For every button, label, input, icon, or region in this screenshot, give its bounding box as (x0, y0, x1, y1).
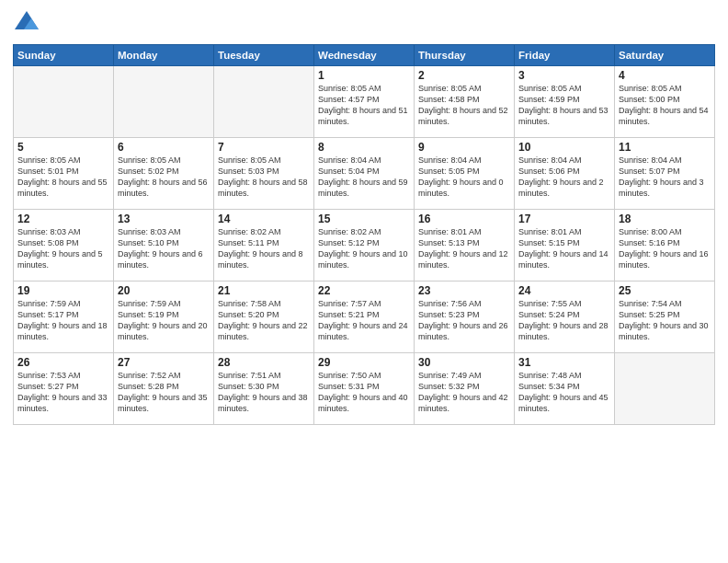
day-info: Sunrise: 7:54 AM Sunset: 5:25 PM Dayligh… (619, 298, 711, 343)
calendar-cell: 5Sunrise: 8:05 AM Sunset: 5:01 PM Daylig… (14, 138, 114, 210)
calendar-week-row: 26Sunrise: 7:53 AM Sunset: 5:27 PM Dayli… (14, 353, 715, 425)
day-info: Sunrise: 8:05 AM Sunset: 5:02 PM Dayligh… (118, 155, 210, 200)
day-info: Sunrise: 8:03 AM Sunset: 5:10 PM Dayligh… (118, 226, 210, 271)
calendar-cell: 10Sunrise: 8:04 AM Sunset: 5:06 PM Dayli… (515, 138, 615, 210)
day-info: Sunrise: 8:05 AM Sunset: 5:03 PM Dayligh… (218, 155, 310, 200)
calendar-cell: 19Sunrise: 7:59 AM Sunset: 5:17 PM Dayli… (14, 282, 114, 353)
calendar-cell: 14Sunrise: 8:02 AM Sunset: 5:11 PM Dayli… (214, 210, 314, 282)
day-number: 25 (619, 284, 711, 297)
day-number: 29 (318, 356, 410, 369)
calendar-cell (14, 66, 114, 138)
day-number: 4 (619, 69, 711, 82)
day-info: Sunrise: 8:04 AM Sunset: 5:05 PM Dayligh… (418, 155, 510, 200)
day-number: 28 (218, 356, 310, 369)
calendar-cell: 18Sunrise: 8:00 AM Sunset: 5:16 PM Dayli… (615, 210, 715, 282)
day-info: Sunrise: 8:05 AM Sunset: 5:00 PM Dayligh… (619, 83, 711, 128)
calendar-cell: 3Sunrise: 8:05 AM Sunset: 4:59 PM Daylig… (515, 66, 615, 138)
calendar-cell: 24Sunrise: 7:55 AM Sunset: 5:24 PM Dayli… (515, 282, 615, 353)
calendar-week-row: 1Sunrise: 8:05 AM Sunset: 4:57 PM Daylig… (14, 66, 715, 138)
day-number: 10 (518, 141, 610, 154)
day-number: 16 (418, 213, 510, 225)
day-info: Sunrise: 7:58 AM Sunset: 5:20 PM Dayligh… (218, 298, 310, 343)
calendar-week-row: 19Sunrise: 7:59 AM Sunset: 5:17 PM Dayli… (14, 282, 715, 353)
weekday-header-row: SundayMondayTuesdayWednesdayThursdayFrid… (14, 45, 715, 66)
calendar-cell: 20Sunrise: 7:59 AM Sunset: 5:19 PM Dayli… (114, 282, 214, 353)
calendar-cell: 4Sunrise: 8:05 AM Sunset: 5:00 PM Daylig… (615, 66, 715, 138)
page-container: SundayMondayTuesdayWednesdayThursdayFrid… (0, 0, 728, 563)
day-info: Sunrise: 7:52 AM Sunset: 5:28 PM Dayligh… (118, 370, 210, 415)
day-info: Sunrise: 7:59 AM Sunset: 5:19 PM Dayligh… (118, 298, 210, 343)
day-number: 13 (118, 213, 210, 225)
day-number: 5 (17, 141, 109, 154)
calendar-cell: 17Sunrise: 8:01 AM Sunset: 5:15 PM Dayli… (515, 210, 615, 282)
day-number: 31 (518, 356, 610, 369)
day-number: 23 (418, 284, 510, 297)
calendar-cell: 25Sunrise: 7:54 AM Sunset: 5:25 PM Dayli… (615, 282, 715, 353)
calendar-cell: 13Sunrise: 8:03 AM Sunset: 5:10 PM Dayli… (114, 210, 214, 282)
day-info: Sunrise: 7:53 AM Sunset: 5:27 PM Dayligh… (17, 370, 109, 415)
day-info: Sunrise: 8:04 AM Sunset: 5:06 PM Dayligh… (518, 155, 610, 200)
calendar-cell: 8Sunrise: 8:04 AM Sunset: 5:04 PM Daylig… (314, 138, 415, 210)
day-number: 8 (318, 141, 410, 154)
calendar-cell: 28Sunrise: 7:51 AM Sunset: 5:30 PM Dayli… (214, 353, 314, 425)
day-number: 20 (118, 284, 210, 297)
weekday-header: Sunday (14, 45, 114, 66)
calendar-cell: 11Sunrise: 8:04 AM Sunset: 5:07 PM Dayli… (615, 138, 715, 210)
day-number: 11 (619, 141, 711, 154)
day-number: 30 (418, 356, 510, 369)
header (13, 9, 715, 37)
day-info: Sunrise: 8:03 AM Sunset: 5:08 PM Dayligh… (17, 226, 109, 271)
day-number: 22 (318, 284, 410, 297)
calendar-cell (114, 66, 214, 138)
day-number: 26 (17, 356, 109, 369)
calendar-cell: 23Sunrise: 7:56 AM Sunset: 5:23 PM Dayli… (415, 282, 515, 353)
day-info: Sunrise: 7:59 AM Sunset: 5:17 PM Dayligh… (17, 298, 109, 343)
calendar-cell: 21Sunrise: 7:58 AM Sunset: 5:20 PM Dayli… (214, 282, 314, 353)
day-number: 14 (218, 213, 310, 225)
weekday-header: Friday (515, 45, 615, 66)
calendar-cell: 12Sunrise: 8:03 AM Sunset: 5:08 PM Dayli… (14, 210, 114, 282)
calendar-cell: 9Sunrise: 8:04 AM Sunset: 5:05 PM Daylig… (415, 138, 515, 210)
day-info: Sunrise: 8:05 AM Sunset: 4:59 PM Dayligh… (518, 83, 610, 128)
calendar-week-row: 5Sunrise: 8:05 AM Sunset: 5:01 PM Daylig… (14, 138, 715, 210)
day-info: Sunrise: 8:05 AM Sunset: 4:57 PM Dayligh… (318, 83, 410, 128)
day-info: Sunrise: 8:00 AM Sunset: 5:16 PM Dayligh… (619, 226, 711, 271)
day-info: Sunrise: 8:02 AM Sunset: 5:12 PM Dayligh… (318, 226, 410, 271)
calendar-cell: 15Sunrise: 8:02 AM Sunset: 5:12 PM Dayli… (314, 210, 415, 282)
day-number: 1 (318, 69, 410, 82)
day-number: 24 (518, 284, 610, 297)
calendar-cell: 31Sunrise: 7:48 AM Sunset: 5:34 PM Dayli… (515, 353, 615, 425)
day-number: 17 (518, 213, 610, 225)
day-number: 7 (218, 141, 310, 154)
day-info: Sunrise: 7:50 AM Sunset: 5:31 PM Dayligh… (318, 370, 410, 415)
day-number: 18 (619, 213, 711, 225)
day-number: 2 (418, 69, 510, 82)
day-info: Sunrise: 8:04 AM Sunset: 5:04 PM Dayligh… (318, 155, 410, 200)
day-info: Sunrise: 8:02 AM Sunset: 5:11 PM Dayligh… (218, 226, 310, 271)
weekday-header: Saturday (615, 45, 715, 66)
calendar-cell: 6Sunrise: 8:05 AM Sunset: 5:02 PM Daylig… (114, 138, 214, 210)
day-info: Sunrise: 7:56 AM Sunset: 5:23 PM Dayligh… (418, 298, 510, 343)
day-number: 15 (318, 213, 410, 225)
calendar-cell: 26Sunrise: 7:53 AM Sunset: 5:27 PM Dayli… (14, 353, 114, 425)
weekday-header: Wednesday (314, 45, 415, 66)
calendar-cell: 1Sunrise: 8:05 AM Sunset: 4:57 PM Daylig… (314, 66, 415, 138)
day-info: Sunrise: 7:51 AM Sunset: 5:30 PM Dayligh… (218, 370, 310, 415)
calendar-table: SundayMondayTuesdayWednesdayThursdayFrid… (13, 44, 715, 425)
calendar-cell: 16Sunrise: 8:01 AM Sunset: 5:13 PM Dayli… (415, 210, 515, 282)
day-number: 6 (118, 141, 210, 154)
calendar-cell: 7Sunrise: 8:05 AM Sunset: 5:03 PM Daylig… (214, 138, 314, 210)
calendar-cell (214, 66, 314, 138)
day-number: 19 (17, 284, 109, 297)
weekday-header: Thursday (415, 45, 515, 66)
day-info: Sunrise: 7:57 AM Sunset: 5:21 PM Dayligh… (318, 298, 410, 343)
day-number: 27 (118, 356, 210, 369)
calendar-cell: 2Sunrise: 8:05 AM Sunset: 4:58 PM Daylig… (415, 66, 515, 138)
calendar-cell: 29Sunrise: 7:50 AM Sunset: 5:31 PM Dayli… (314, 353, 415, 425)
day-info: Sunrise: 7:49 AM Sunset: 5:32 PM Dayligh… (418, 370, 510, 415)
day-number: 3 (518, 69, 610, 82)
day-info: Sunrise: 8:05 AM Sunset: 5:01 PM Dayligh… (17, 155, 109, 200)
calendar-week-row: 12Sunrise: 8:03 AM Sunset: 5:08 PM Dayli… (14, 210, 715, 282)
day-info: Sunrise: 7:48 AM Sunset: 5:34 PM Dayligh… (518, 370, 610, 415)
day-number: 21 (218, 284, 310, 297)
